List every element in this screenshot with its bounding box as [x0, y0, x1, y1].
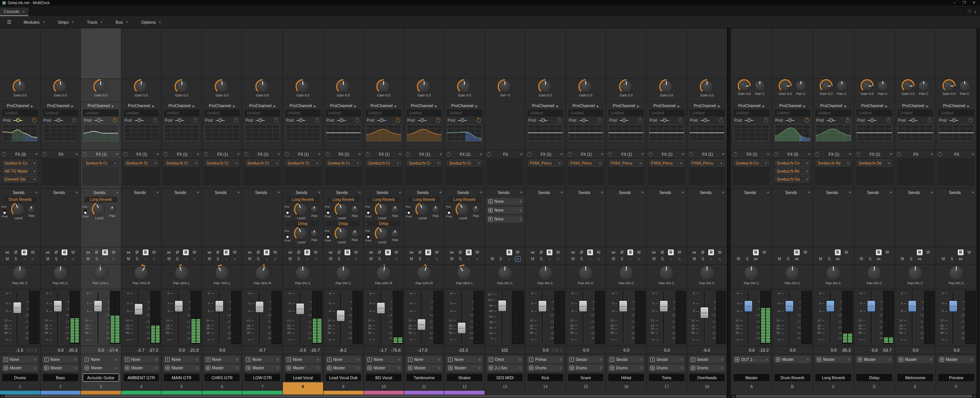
power-icon[interactable] — [42, 152, 47, 157]
pan-knob[interactable] — [134, 266, 149, 280]
interleave-button[interactable]: ⋈ — [449, 250, 455, 255]
mute-button[interactable]: M — [85, 256, 91, 262]
tab-close-icon[interactable]: × — [22, 10, 24, 14]
pan-knob[interactable] — [700, 266, 714, 280]
input-select[interactable]: INone∨ — [285, 356, 321, 363]
scroll-right-arrow[interactable]: ▶ — [973, 395, 977, 398]
interleave-button[interactable]: ⋈ — [530, 250, 536, 255]
add-fx-button[interactable]: + — [116, 152, 119, 157]
power-icon[interactable] — [285, 152, 289, 157]
track-number[interactable]: F — [936, 382, 977, 391]
preset-name-field[interactable]: Untitled — [83, 109, 119, 116]
gain-knob[interactable] — [739, 80, 750, 91]
solo-button[interactable]: S — [826, 256, 832, 262]
close-button[interactable]: ✕ — [972, 1, 975, 5]
send-level-knob[interactable] — [12, 203, 24, 215]
preset-name-field[interactable]: Untitled — [204, 109, 240, 116]
prochannel-header[interactable]: ProChannel▶ — [42, 103, 79, 109]
eq-module-icon[interactable] — [458, 119, 467, 122]
solo-button[interactable]: S — [498, 256, 503, 262]
automation-write-button[interactable]: W — [802, 250, 808, 255]
prochannel-header[interactable]: ProChannel▶ — [325, 103, 362, 109]
preset-name-field[interactable]: Untitled — [245, 109, 280, 116]
tracks-horizontal-scrollbar[interactable]: ◀ — [0, 395, 727, 398]
input-select[interactable]: INone∨ — [366, 356, 402, 363]
automation-read-button[interactable]: R — [345, 250, 350, 255]
add-fx-button[interactable]: + — [560, 152, 563, 157]
track-name[interactable]: Preview — [938, 374, 974, 381]
track-number[interactable]: 14 — [525, 382, 565, 391]
automation-write-button[interactable]: W — [555, 250, 561, 255]
input-select[interactable]: INone∨ — [163, 356, 200, 363]
add-send-button[interactable]: + — [560, 190, 563, 195]
gain-knob[interactable] — [539, 80, 552, 93]
track-name[interactable]: MAIN GTR — [164, 374, 199, 381]
automation-write-button[interactable]: W — [111, 250, 116, 255]
add-send-button[interactable]: + — [278, 190, 280, 195]
phase-button[interactable]: Ø — [417, 250, 423, 255]
phase-button[interactable]: Ø — [94, 250, 100, 255]
eq-plot[interactable] — [205, 124, 240, 141]
solo-button[interactable]: S — [538, 256, 544, 262]
add-fx-button[interactable]: + — [35, 152, 38, 157]
input-echo-button[interactable]: ∩ — [313, 256, 318, 262]
preset-name-field[interactable]: Untitled — [815, 109, 851, 116]
power-icon[interactable] — [764, 118, 768, 122]
add-fx-button[interactable]: + — [890, 152, 892, 157]
fader-handle[interactable] — [660, 300, 668, 312]
eq-plot[interactable] — [690, 124, 725, 141]
prochannel-header[interactable]: ProChannel▶ — [244, 103, 281, 109]
gain-knob[interactable] — [903, 80, 913, 91]
solo-button[interactable]: S — [579, 256, 585, 262]
automation-write-button[interactable]: W — [70, 250, 76, 255]
pan-knob[interactable] — [215, 266, 229, 280]
track-name[interactable]: Kick — [528, 374, 563, 381]
pan-knob[interactable] — [538, 266, 553, 280]
send-level-knob[interactable] — [376, 227, 388, 240]
fader-track[interactable] — [743, 289, 754, 346]
preset-name-field[interactable]: Untitled — [689, 109, 725, 116]
eq-plot[interactable] — [568, 124, 603, 141]
power-icon[interactable] — [608, 152, 612, 157]
output-select[interactable]: OMaster∨ — [815, 356, 852, 363]
output-select[interactable]: OMaster∨ — [366, 364, 402, 372]
midi-b-select[interactable]: BNone∨ — [487, 207, 524, 214]
scroll-left-arrow[interactable]: ◀ — [731, 395, 735, 398]
input-select[interactable]: IPrimar∨ — [527, 356, 564, 363]
power-icon[interactable] — [123, 152, 127, 157]
eq-module-icon[interactable] — [619, 119, 629, 122]
input-select[interactable]: INone∨ — [406, 356, 443, 363]
power-icon[interactable] — [527, 152, 531, 157]
pan-knob[interactable] — [578, 266, 593, 280]
fader-track[interactable] — [497, 289, 508, 346]
interleave-button[interactable]: ⋈ — [611, 250, 616, 255]
fx-bin[interactable]: Sonitus:fx Cr∨ — [325, 158, 362, 186]
preset-name-field[interactable]: Untitled — [774, 109, 810, 116]
interleave-button[interactable]: ⋈ — [835, 256, 841, 262]
track-number[interactable]: 17 — [647, 382, 687, 391]
input-select[interactable]: INone∨ — [244, 356, 281, 363]
eq-plot[interactable] — [649, 124, 684, 141]
pan-knob[interactable] — [949, 266, 964, 280]
add-send-button[interactable]: + — [931, 190, 933, 195]
fader-handle[interactable] — [296, 303, 304, 315]
pan-knob[interactable] — [867, 266, 882, 280]
track-number[interactable]: A — [731, 382, 772, 391]
automation-write-button[interactable]: W — [191, 250, 197, 255]
input-select[interactable]: ISessio∨ — [568, 356, 604, 363]
mute-button[interactable]: M — [691, 256, 697, 262]
input-select[interactable]: INone∨ — [83, 356, 119, 363]
fx-bin[interactable]: Sonitus:fx Cr∨ — [82, 158, 119, 186]
output-select[interactable]: OMaster∨ — [2, 364, 38, 372]
input-echo-button[interactable]: ∩ — [111, 256, 116, 262]
gain-knob[interactable] — [862, 80, 872, 91]
automation-write-button[interactable]: W — [434, 250, 440, 255]
gain-knob[interactable] — [256, 80, 269, 93]
fx-bin[interactable]: Sonitus:fx Cr∨ — [163, 158, 200, 186]
track-name[interactable]: Lead Vocal Dub — [326, 374, 361, 381]
power-icon[interactable] — [887, 118, 891, 122]
menu-options[interactable]: Options∨ — [136, 18, 167, 26]
power-icon[interactable] — [2, 152, 6, 157]
output-select[interactable]: OMaster∨ — [446, 364, 483, 372]
fader-track[interactable] — [335, 289, 346, 346]
